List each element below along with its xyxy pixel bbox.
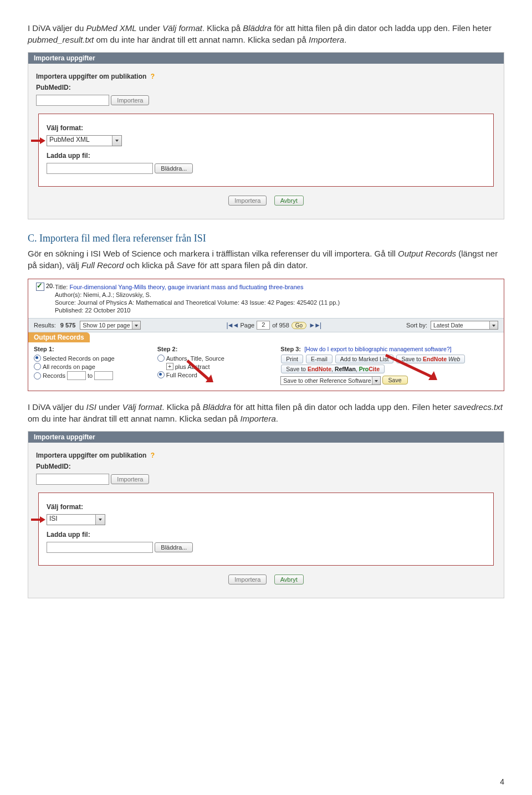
file-path-input[interactable]: [47, 542, 153, 553]
isi-results-box: 20. Title: Four-dimensional Yang-Mills t…: [28, 279, 504, 391]
radio-full-record[interactable]: [157, 371, 165, 378]
radio-authors-title[interactable]: [157, 355, 165, 362]
importera-button-footer[interactable]: Importera: [228, 575, 267, 584]
results-pager-bar: Results: 9 575 Show 10 per page |◄◄ Page…: [28, 318, 504, 332]
intro-paragraph-1: I DiVA väljer du PubMed XML under Välj f…: [28, 22, 504, 45]
result-title-link[interactable]: Four-dimensional Yang-Mills theory, gaug…: [70, 284, 304, 290]
import-panel-isi: Importera uppgifter Importera uppgifter …: [28, 431, 504, 598]
plus-abstract-toggle[interactable]: +: [166, 363, 173, 370]
step-1: Step 1: Selected Records on page All rec…: [34, 346, 149, 385]
import-panel-pubmed: Importera uppgifter Importera uppgifter …: [28, 52, 504, 219]
panel-header: Importera uppgifter: [28, 53, 504, 64]
sort-select[interactable]: Latest Date: [431, 321, 498, 330]
radio-selected-records[interactable]: [34, 355, 41, 362]
format-select[interactable]: PubMed XML: [47, 135, 122, 146]
help-icon[interactable]: ?: [151, 452, 155, 459]
print-button[interactable]: Print: [281, 355, 303, 363]
browse-button[interactable]: Bläddra...: [155, 163, 193, 173]
importera-button[interactable]: Importera: [111, 474, 149, 484]
go-button[interactable]: Go: [291, 322, 306, 329]
save-endnote-refman-button[interactable]: Save to EndNote, RefMan, ProCite: [281, 365, 385, 373]
ladda-upp-label: Ladda upp fil:: [47, 531, 90, 538]
red-arrow-icon: [185, 358, 218, 386]
ladda-upp-label: Ladda upp fil:: [47, 152, 90, 160]
range-from-input[interactable]: [67, 371, 86, 380]
format-select[interactable]: ISI: [47, 514, 105, 525]
valj-format-label: Välj format:: [47, 503, 83, 511]
importera-button-footer[interactable]: Importera: [228, 196, 267, 206]
results-label: Results:: [34, 322, 56, 329]
section-c-paragraph: Gör en sökning i ISI Web of Science och …: [28, 248, 504, 271]
first-page-icon[interactable]: |◄◄: [227, 321, 238, 329]
pub-label: Importera uppgifter om publikation: [36, 73, 146, 80]
page-input[interactable]: 2: [257, 321, 270, 330]
range-to-input[interactable]: [94, 371, 113, 380]
how-export-link[interactable]: [How do I export to bibliographic manage…: [304, 346, 452, 352]
radio-all-records[interactable]: [34, 363, 41, 370]
result-number: 20.: [46, 283, 54, 289]
radio-records-range[interactable]: [34, 372, 41, 379]
section-c-heading: C. Importera fil med flera referenser fr…: [28, 233, 504, 244]
importera-button[interactable]: Importera: [111, 95, 149, 105]
avbryt-button[interactable]: Avbryt: [274, 196, 304, 206]
pubmedid-input[interactable]: [36, 95, 109, 106]
output-records-tab: Output Records: [28, 332, 90, 342]
avbryt-button[interactable]: Avbryt: [274, 575, 304, 584]
red-arrow-icon: [383, 352, 444, 383]
panel-header: Importera uppgifter: [28, 432, 504, 443]
red-arrow-icon: [31, 137, 45, 144]
file-path-input[interactable]: [47, 163, 153, 174]
browse-button[interactable]: Bläddra...: [155, 542, 193, 552]
pubmedid-label: PubMedID:: [36, 463, 71, 470]
email-button[interactable]: E-mail: [306, 355, 332, 363]
pubmedid-input[interactable]: [36, 474, 109, 485]
help-icon[interactable]: ?: [151, 73, 155, 80]
per-page-select[interactable]: Show 10 per page: [80, 321, 140, 330]
valj-format-label: Välj format:: [47, 124, 83, 132]
pubmedid-label: PubMedID:: [36, 84, 71, 91]
results-count: 9 575: [60, 322, 76, 329]
red-arrow-icon: [31, 516, 45, 523]
next-page-icon[interactable]: ►►|: [309, 321, 320, 329]
intro-paragraph-2: I DiVA väljer du ISI under Välj format. …: [28, 401, 504, 424]
other-software-select[interactable]: Save to other Reference Software: [280, 376, 380, 385]
pub-label: Importera uppgifter om publikation: [36, 452, 146, 459]
result-checkbox[interactable]: [36, 283, 44, 291]
